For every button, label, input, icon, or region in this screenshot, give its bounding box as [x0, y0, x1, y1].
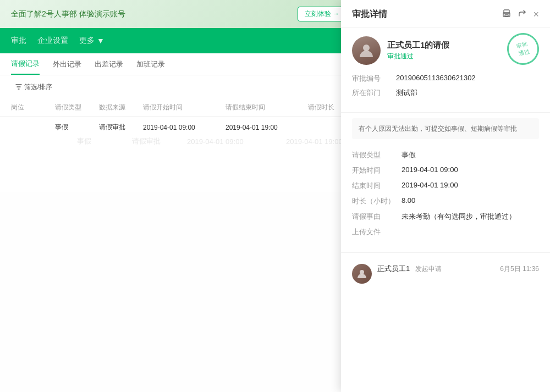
panel-header: 审批详情 × [341, 0, 550, 27]
divider-1 [341, 112, 550, 113]
svg-point-6 [363, 45, 370, 51]
green-nav-enterprise[interactable]: 企业设置 [37, 36, 68, 46]
notice-box: 有个人原因无法出勤，可提交如事假、短期病假等审批 [352, 118, 539, 139]
sec-table-row: 事假 请假审批 2019-04-01 09:00 2019-04-01 19:0… [0, 117, 358, 137]
trial-button[interactable]: 立刻体验 → [298, 7, 346, 21]
divider-2 [341, 252, 550, 253]
detail-start-time: 开始时间 2019-04-01 09:00 [352, 165, 539, 175]
svg-rect-2 [504, 10, 509, 14]
panel-header-icons: × [502, 9, 539, 20]
green-nav-audit[interactable]: 审批 [11, 36, 26, 46]
detail-reason: 请假事由 未来考勤（有勾选同步，审批通过） [352, 212, 539, 222]
promo-banner: 全面了解2号人事部 体验演示账号 立刻体验 → [0, 0, 358, 28]
svg-point-5 [509, 13, 510, 14]
green-nav-more[interactable]: 更多 ▼ [79, 36, 105, 46]
filter-icon [15, 84, 22, 90]
svg-rect-4 [505, 15, 508, 16]
sec-table-header: 岗位 请假类型 数据来源 请假开始时间 请假结束时间 请假时长 [0, 98, 358, 117]
person-details: 正式员工1的请假 审批通过 [387, 40, 449, 61]
person-silhouette [358, 42, 375, 59]
green-header-bar: 审批 企业设置 更多 ▼ [0, 28, 358, 53]
approval-no-row: 审批编号 201906051136306213​02 [352, 74, 539, 84]
sec-nav-chucha[interactable]: 出差记录 [95, 53, 123, 75]
dept-row: 所在部门 测试部 [352, 88, 539, 98]
svg-point-7 [360, 270, 364, 274]
sec-nav-qingjia[interactable]: 请假记录 [11, 53, 40, 75]
panel-basic-info: 审批编号 201906051136306213​02 所在部门 测试部 [341, 74, 550, 108]
share-icon[interactable] [518, 9, 526, 20]
comment-section: 正式员工1 发起申请 6月5日 11:36 [341, 257, 550, 290]
comment-person-icon [356, 268, 367, 279]
sec-filter-button[interactable]: 筛选/排序 [11, 80, 57, 94]
print-icon[interactable] [502, 9, 511, 20]
approval-stamp: 审批 通过 [503, 29, 542, 68]
secondary-table: 岗位 请假类型 数据来源 请假开始时间 请假结束时间 请假时长 事假 请假审批 … [0, 98, 358, 137]
sec-nav-waichu[interactable]: 外出记录 [53, 53, 81, 75]
close-button[interactable]: × [533, 9, 539, 20]
comment-avatar [352, 264, 372, 284]
detail-duration: 时长（小时） 8.00 [352, 196, 539, 206]
detail-upload: 上传文件 [352, 227, 539, 237]
secondary-window: 全面了解2号人事部 体验演示账号 立刻体验 → 审批 企业设置 更多 ▼ 请假记… [0, 0, 358, 392]
comment-content: 正式员工1 发起申请 6月5日 11:36 [377, 264, 539, 274]
detail-leave-type: 请假类型 事假 [352, 150, 539, 160]
avatar [352, 36, 381, 65]
person-info: 正式员工1的请假 审批通过 审批 通过 [341, 27, 550, 74]
detail-section: 请假类型 事假 开始时间 2019-04-01 09:00 结束时间 2019-… [341, 145, 550, 248]
secondary-toolbar: 筛选/排序 [0, 75, 358, 98]
approval-detail-panel: 审批详情 × [341, 0, 550, 392]
secondary-navigation: 请假记录 外出记录 出差记录 加班记录 [0, 53, 358, 75]
detail-end-time: 结束时间 2019-04-01 19:00 [352, 181, 539, 191]
sec-nav-jiaban[interactable]: 加班记录 [136, 53, 165, 75]
